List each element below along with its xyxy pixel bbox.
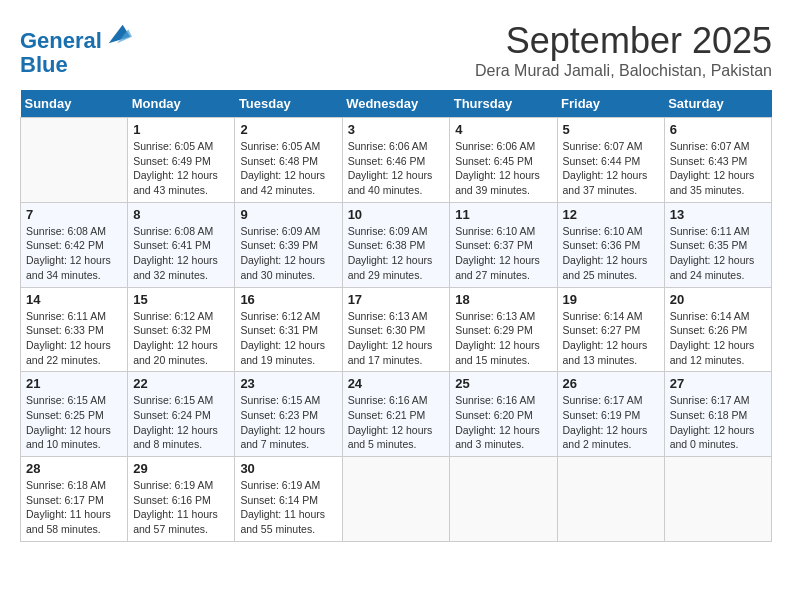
calendar-cell: 10Sunrise: 6:09 AMSunset: 6:38 PMDayligh… — [342, 202, 450, 287]
day-info: Sunrise: 6:10 AMSunset: 6:37 PMDaylight:… — [455, 224, 551, 283]
calendar-cell: 18Sunrise: 6:13 AMSunset: 6:29 PMDayligh… — [450, 287, 557, 372]
calendar-week-5: 28Sunrise: 6:18 AMSunset: 6:17 PMDayligh… — [21, 457, 772, 542]
day-number: 20 — [670, 292, 766, 307]
calendar-cell: 22Sunrise: 6:15 AMSunset: 6:24 PMDayligh… — [128, 372, 235, 457]
day-number: 19 — [563, 292, 659, 307]
day-info: Sunrise: 6:09 AMSunset: 6:39 PMDaylight:… — [240, 224, 336, 283]
day-number: 22 — [133, 376, 229, 391]
day-info: Sunrise: 6:16 AMSunset: 6:21 PMDaylight:… — [348, 393, 445, 452]
header-tuesday: Tuesday — [235, 90, 342, 118]
day-info: Sunrise: 6:17 AMSunset: 6:18 PMDaylight:… — [670, 393, 766, 452]
day-number: 10 — [348, 207, 445, 222]
calendar-cell — [450, 457, 557, 542]
day-number: 27 — [670, 376, 766, 391]
day-info: Sunrise: 6:16 AMSunset: 6:20 PMDaylight:… — [455, 393, 551, 452]
day-number: 2 — [240, 122, 336, 137]
day-number: 9 — [240, 207, 336, 222]
day-number: 30 — [240, 461, 336, 476]
header-monday: Monday — [128, 90, 235, 118]
day-number: 13 — [670, 207, 766, 222]
day-info: Sunrise: 6:17 AMSunset: 6:19 PMDaylight:… — [563, 393, 659, 452]
header-wednesday: Wednesday — [342, 90, 450, 118]
day-number: 17 — [348, 292, 445, 307]
day-info: Sunrise: 6:12 AMSunset: 6:31 PMDaylight:… — [240, 309, 336, 368]
day-number: 18 — [455, 292, 551, 307]
logo: General Blue — [20, 20, 132, 77]
calendar-cell: 16Sunrise: 6:12 AMSunset: 6:31 PMDayligh… — [235, 287, 342, 372]
calendar-cell: 19Sunrise: 6:14 AMSunset: 6:27 PMDayligh… — [557, 287, 664, 372]
calendar-cell: 13Sunrise: 6:11 AMSunset: 6:35 PMDayligh… — [664, 202, 771, 287]
day-info: Sunrise: 6:11 AMSunset: 6:35 PMDaylight:… — [670, 224, 766, 283]
day-info: Sunrise: 6:08 AMSunset: 6:41 PMDaylight:… — [133, 224, 229, 283]
calendar-cell: 30Sunrise: 6:19 AMSunset: 6:14 PMDayligh… — [235, 457, 342, 542]
day-info: Sunrise: 6:11 AMSunset: 6:33 PMDaylight:… — [26, 309, 122, 368]
day-number: 29 — [133, 461, 229, 476]
day-info: Sunrise: 6:12 AMSunset: 6:32 PMDaylight:… — [133, 309, 229, 368]
calendar-table: SundayMondayTuesdayWednesdayThursdayFrid… — [20, 90, 772, 542]
calendar-cell: 29Sunrise: 6:19 AMSunset: 6:16 PMDayligh… — [128, 457, 235, 542]
calendar-cell: 27Sunrise: 6:17 AMSunset: 6:18 PMDayligh… — [664, 372, 771, 457]
day-number: 25 — [455, 376, 551, 391]
header-thursday: Thursday — [450, 90, 557, 118]
day-number: 3 — [348, 122, 445, 137]
day-number: 21 — [26, 376, 122, 391]
day-number: 23 — [240, 376, 336, 391]
day-info: Sunrise: 6:13 AMSunset: 6:30 PMDaylight:… — [348, 309, 445, 368]
day-info: Sunrise: 6:15 AMSunset: 6:23 PMDaylight:… — [240, 393, 336, 452]
month-title: September 2025 — [475, 20, 772, 62]
day-info: Sunrise: 6:19 AMSunset: 6:16 PMDaylight:… — [133, 478, 229, 537]
logo-line2: Blue — [20, 53, 132, 77]
calendar-cell: 11Sunrise: 6:10 AMSunset: 6:37 PMDayligh… — [450, 202, 557, 287]
day-info: Sunrise: 6:19 AMSunset: 6:14 PMDaylight:… — [240, 478, 336, 537]
calendar-cell: 6Sunrise: 6:07 AMSunset: 6:43 PMDaylight… — [664, 118, 771, 203]
calendar-week-3: 14Sunrise: 6:11 AMSunset: 6:33 PMDayligh… — [21, 287, 772, 372]
header-friday: Friday — [557, 90, 664, 118]
calendar-cell: 8Sunrise: 6:08 AMSunset: 6:41 PMDaylight… — [128, 202, 235, 287]
calendar-cell: 7Sunrise: 6:08 AMSunset: 6:42 PMDaylight… — [21, 202, 128, 287]
day-number: 6 — [670, 122, 766, 137]
page-header: General Blue September 2025 Dera Murad J… — [20, 20, 772, 80]
calendar-cell: 26Sunrise: 6:17 AMSunset: 6:19 PMDayligh… — [557, 372, 664, 457]
day-number: 16 — [240, 292, 336, 307]
calendar-cell — [342, 457, 450, 542]
calendar-week-2: 7Sunrise: 6:08 AMSunset: 6:42 PMDaylight… — [21, 202, 772, 287]
calendar-cell — [21, 118, 128, 203]
day-number: 28 — [26, 461, 122, 476]
calendar-cell: 24Sunrise: 6:16 AMSunset: 6:21 PMDayligh… — [342, 372, 450, 457]
day-info: Sunrise: 6:10 AMSunset: 6:36 PMDaylight:… — [563, 224, 659, 283]
calendar-cell: 23Sunrise: 6:15 AMSunset: 6:23 PMDayligh… — [235, 372, 342, 457]
header-saturday: Saturday — [664, 90, 771, 118]
day-info: Sunrise: 6:07 AMSunset: 6:44 PMDaylight:… — [563, 139, 659, 198]
logo-text: General — [20, 20, 132, 53]
calendar-cell: 17Sunrise: 6:13 AMSunset: 6:30 PMDayligh… — [342, 287, 450, 372]
day-info: Sunrise: 6:09 AMSunset: 6:38 PMDaylight:… — [348, 224, 445, 283]
logo-line1: General — [20, 28, 102, 53]
calendar-week-4: 21Sunrise: 6:15 AMSunset: 6:25 PMDayligh… — [21, 372, 772, 457]
header-sunday: Sunday — [21, 90, 128, 118]
day-number: 4 — [455, 122, 551, 137]
day-number: 15 — [133, 292, 229, 307]
calendar-cell: 9Sunrise: 6:09 AMSunset: 6:39 PMDaylight… — [235, 202, 342, 287]
logo-icon — [104, 20, 132, 48]
day-info: Sunrise: 6:13 AMSunset: 6:29 PMDaylight:… — [455, 309, 551, 368]
calendar-cell: 15Sunrise: 6:12 AMSunset: 6:32 PMDayligh… — [128, 287, 235, 372]
calendar-cell: 28Sunrise: 6:18 AMSunset: 6:17 PMDayligh… — [21, 457, 128, 542]
day-info: Sunrise: 6:14 AMSunset: 6:26 PMDaylight:… — [670, 309, 766, 368]
calendar-cell: 3Sunrise: 6:06 AMSunset: 6:46 PMDaylight… — [342, 118, 450, 203]
day-number: 5 — [563, 122, 659, 137]
calendar-cell: 14Sunrise: 6:11 AMSunset: 6:33 PMDayligh… — [21, 287, 128, 372]
day-info: Sunrise: 6:07 AMSunset: 6:43 PMDaylight:… — [670, 139, 766, 198]
day-number: 24 — [348, 376, 445, 391]
day-number: 12 — [563, 207, 659, 222]
calendar-cell: 4Sunrise: 6:06 AMSunset: 6:45 PMDaylight… — [450, 118, 557, 203]
day-info: Sunrise: 6:08 AMSunset: 6:42 PMDaylight:… — [26, 224, 122, 283]
calendar-cell: 21Sunrise: 6:15 AMSunset: 6:25 PMDayligh… — [21, 372, 128, 457]
calendar-cell: 5Sunrise: 6:07 AMSunset: 6:44 PMDaylight… — [557, 118, 664, 203]
day-info: Sunrise: 6:14 AMSunset: 6:27 PMDaylight:… — [563, 309, 659, 368]
calendar-cell: 25Sunrise: 6:16 AMSunset: 6:20 PMDayligh… — [450, 372, 557, 457]
calendar-week-1: 1Sunrise: 6:05 AMSunset: 6:49 PMDaylight… — [21, 118, 772, 203]
day-info: Sunrise: 6:05 AMSunset: 6:49 PMDaylight:… — [133, 139, 229, 198]
day-number: 11 — [455, 207, 551, 222]
calendar-cell: 1Sunrise: 6:05 AMSunset: 6:49 PMDaylight… — [128, 118, 235, 203]
title-block: September 2025 Dera Murad Jamali, Baloch… — [475, 20, 772, 80]
